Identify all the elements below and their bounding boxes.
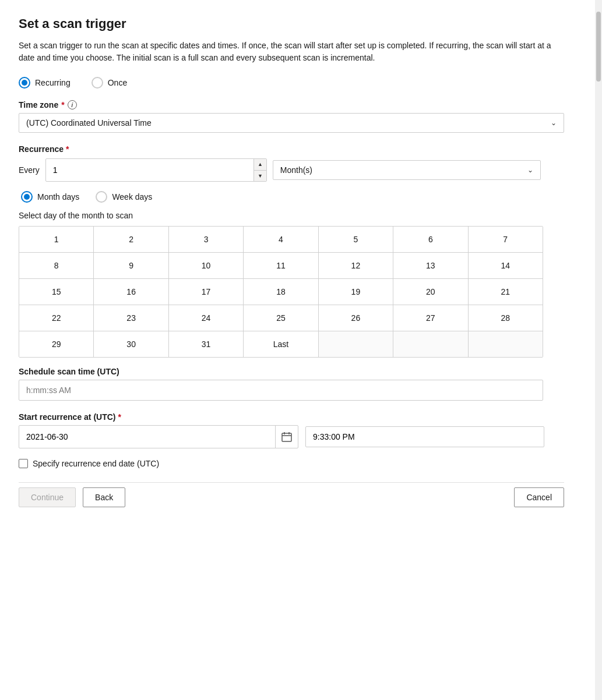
calendar-cell[interactable]: 31 (169, 331, 244, 357)
calendar-cell[interactable]: 1 (19, 227, 94, 252)
calendar-cell[interactable]: 8 (19, 253, 94, 278)
period-select[interactable]: Month(s) ⌄ (273, 160, 541, 180)
calendar-cell[interactable]: Last (244, 331, 318, 357)
month-days-radio-circle[interactable] (21, 191, 33, 203)
week-days-radio[interactable]: Week days (96, 191, 152, 203)
calendar-cell[interactable]: 4 (244, 227, 318, 252)
calendar-cell[interactable]: 16 (94, 279, 168, 305)
calendar-row: 22232425262728 (19, 305, 543, 331)
month-days-radio[interactable]: Month days (21, 191, 79, 203)
start-row (19, 425, 564, 448)
timezone-label: Time zone * i (19, 100, 564, 109)
calendar-cell[interactable]: 18 (244, 279, 318, 305)
spin-down-button[interactable]: ▼ (254, 171, 266, 182)
once-radio-circle[interactable] (91, 77, 103, 89)
month-days-radio-inner (24, 194, 30, 200)
footer-row: Continue Back Cancel (19, 482, 564, 507)
info-icon[interactable]: i (68, 100, 77, 109)
spin-buttons: ▲ ▼ (254, 159, 266, 181)
trigger-type-group: Recurring Once (19, 77, 564, 89)
calendar-label: Select day of the month to scan (19, 211, 564, 220)
end-date-row: Specify recurrence end date (UTC) (19, 459, 564, 468)
calendar-icon (281, 432, 292, 442)
start-recurrence-label: Start recurrence at (UTC) * (19, 412, 564, 422)
timezone-chevron-icon: ⌄ (551, 119, 557, 127)
calendar-cell[interactable]: 5 (319, 227, 393, 252)
recurring-radio-label: Recurring (35, 78, 71, 87)
calendar-cell (469, 331, 543, 357)
continue-button[interactable]: Continue (19, 487, 76, 507)
calendar-cell[interactable]: 29 (19, 331, 94, 357)
calendar-cell[interactable]: 24 (169, 305, 244, 331)
calendar-cell[interactable]: 6 (393, 227, 468, 252)
start-recurrence-required-star: * (118, 412, 121, 422)
required-star: * (61, 100, 64, 109)
timezone-section: Time zone * i (UTC) Coordinated Universa… (19, 100, 564, 133)
calendar-row: 1234567 (19, 227, 543, 253)
recurring-radio[interactable]: Recurring (19, 77, 71, 89)
calendar-cell[interactable]: 2 (94, 227, 168, 252)
calendar-cell (319, 331, 393, 357)
calendar-cell[interactable]: 30 (94, 331, 168, 357)
cancel-button[interactable]: Cancel (514, 487, 564, 507)
calendar-icon-button[interactable] (275, 426, 298, 448)
recurrence-required-star: * (66, 144, 69, 154)
timezone-value: (UTC) Coordinated Universal Time (26, 118, 152, 128)
calendar-cell[interactable]: 15 (19, 279, 94, 305)
schedule-time-input[interactable] (19, 380, 543, 401)
date-input-wrap (19, 425, 298, 448)
page-title: Set a scan trigger (19, 16, 564, 31)
end-date-checkbox[interactable] (19, 459, 28, 468)
page-description: Set a scan trigger to run the scan at sp… (19, 40, 564, 64)
recurrence-section: Recurrence * Every ▲ ▼ Month(s) ⌄ (19, 144, 564, 401)
period-value: Month(s) (280, 165, 312, 175)
calendar-row: 15161718192021 (19, 279, 543, 305)
calendar-cell[interactable]: 25 (244, 305, 318, 331)
schedule-section: Schedule scan time (UTC) (19, 367, 564, 401)
calendar-cell[interactable]: 19 (319, 279, 393, 305)
every-row: Every ▲ ▼ Month(s) ⌄ (19, 158, 564, 182)
calendar-cell[interactable]: 26 (319, 305, 393, 331)
calendar-cell[interactable]: 12 (319, 253, 393, 278)
week-days-label: Week days (112, 192, 152, 201)
week-days-radio-circle[interactable] (96, 191, 107, 203)
calendar-cell[interactable]: 23 (94, 305, 168, 331)
calendar-cell (393, 331, 468, 357)
end-date-label: Specify recurrence end date (UTC) (33, 459, 159, 468)
every-label: Every (19, 165, 40, 175)
recurring-radio-inner (22, 80, 27, 86)
every-input-wrap: ▲ ▼ (45, 158, 267, 182)
calendar-cell[interactable]: 27 (393, 305, 468, 331)
calendar-section: Select day of the month to scan 12345678… (19, 211, 564, 358)
calendar-cell[interactable]: 20 (393, 279, 468, 305)
calendar-cell[interactable]: 10 (169, 253, 244, 278)
calendar-cell[interactable]: 28 (469, 305, 543, 331)
calendar-cell[interactable]: 21 (469, 279, 543, 305)
spin-up-button[interactable]: ▲ (254, 159, 266, 171)
recurrence-label: Recurrence * (19, 144, 564, 154)
svg-rect-0 (282, 433, 291, 441)
month-days-label: Month days (37, 192, 79, 201)
once-radio-label: Once (108, 78, 127, 87)
period-chevron-icon: ⌄ (527, 166, 533, 174)
day-type-row: Month days Week days (21, 191, 564, 203)
start-time-input[interactable] (305, 426, 544, 447)
calendar-cell[interactable]: 9 (94, 253, 168, 278)
back-button[interactable]: Back (83, 487, 125, 507)
every-input[interactable] (46, 161, 254, 179)
calendar-cell[interactable]: 11 (244, 253, 318, 278)
calendar-cell[interactable]: 3 (169, 227, 244, 252)
date-input[interactable] (19, 427, 275, 447)
start-recurrence-section: Start recurrence at (UTC) * (19, 412, 564, 448)
calendar-cell[interactable]: 14 (469, 253, 543, 278)
timezone-select[interactable]: (UTC) Coordinated Universal Time ⌄ (19, 113, 564, 133)
calendar-row: 891011121314 (19, 253, 543, 279)
calendar-grid: 1234567891011121314151617181920212223242… (19, 226, 543, 358)
calendar-row: 293031Last (19, 331, 543, 357)
calendar-cell[interactable]: 7 (469, 227, 543, 252)
calendar-cell[interactable]: 17 (169, 279, 244, 305)
once-radio[interactable]: Once (91, 77, 127, 89)
calendar-cell[interactable]: 22 (19, 305, 94, 331)
calendar-cell[interactable]: 13 (393, 253, 468, 278)
recurring-radio-circle[interactable] (19, 77, 30, 89)
